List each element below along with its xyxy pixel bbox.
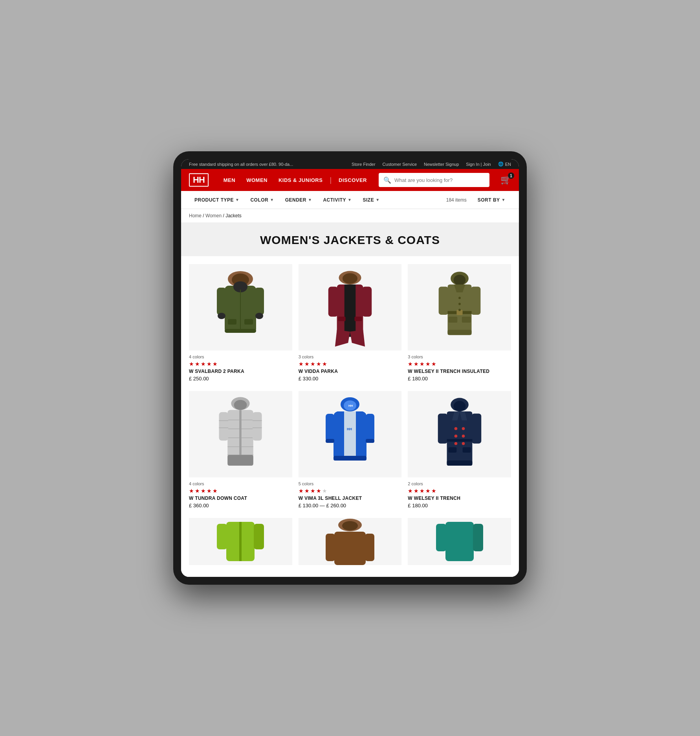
product-image-6 (408, 391, 511, 477)
stars-5: ★ ★ ★ ★ ★ (299, 488, 402, 494)
device-frame: Free standard shipping on all orders ove… (173, 151, 527, 585)
svg-rect-82 (254, 524, 264, 549)
breadcrumb-home[interactable]: Home (189, 213, 202, 218)
product-colors-4: 4 colors (189, 481, 292, 486)
svg-rect-46 (253, 412, 262, 441)
promo-text: Free standard shipping on all orders ove… (189, 162, 293, 167)
svg-marker-20 (350, 330, 365, 347)
breadcrumb: Home / Women / Jackets (181, 209, 519, 222)
nav-kids[interactable]: KIDS & JUNIORS (273, 169, 328, 191)
product-price-2: £ 330.00 (299, 376, 402, 382)
filter-activity[interactable]: ACTIVITY ▼ (317, 191, 357, 209)
svg-rect-34 (448, 317, 457, 323)
svg-rect-87 (326, 534, 335, 561)
star-empty-icon: ★ (322, 488, 327, 494)
svg-point-73 (462, 442, 465, 445)
nav-women[interactable]: WOMEN (241, 169, 273, 191)
svg-rect-61 (366, 439, 374, 443)
svg-rect-79 (447, 461, 472, 466)
star-half-icon: ★ (213, 488, 218, 494)
svg-rect-21 (338, 317, 346, 321)
filter-product-type[interactable]: PRODUCT TYPE ▼ (189, 191, 245, 209)
page-header: WOMEN'S JACKETS & COATS (181, 222, 519, 256)
star-icon: ★ (299, 361, 304, 367)
product-card-6[interactable]: 2 colors ★ ★ ★ ★ ★ W WELSEY II TRENCH £ … (408, 391, 511, 508)
star-icon: ★ (431, 361, 436, 367)
product-colors-3: 3 colors (408, 354, 511, 359)
language-selector[interactable]: 🌐 EN (498, 162, 511, 167)
chevron-down-icon: ▼ (270, 198, 274, 202)
svg-rect-11 (225, 329, 256, 333)
svg-point-64 (453, 401, 465, 411)
filter-color[interactable]: COLOR ▼ (245, 191, 279, 209)
svg-text:HH: HH (348, 404, 353, 407)
product-card-8[interactable] (299, 518, 402, 569)
svg-rect-77 (448, 447, 456, 452)
svg-point-68 (454, 427, 457, 430)
product-card-7[interactable] (189, 518, 292, 569)
filter-size[interactable]: SIZE ▼ (357, 191, 385, 209)
product-card-1[interactable]: 4 colors ★ ★ ★ ★ ★ W SVALBARD 2 PARKA £ … (189, 264, 292, 382)
product-image-9 (408, 518, 511, 565)
product-colors-5: 5 colors (299, 481, 402, 486)
stars-4: ★ ★ ★ ★ ★ (189, 488, 292, 494)
star-icon: ★ (414, 361, 419, 367)
star-icon: ★ (189, 361, 194, 367)
star-icon: ★ (201, 488, 206, 494)
svg-point-71 (462, 435, 465, 438)
svg-rect-17 (328, 287, 338, 317)
svg-rect-28 (471, 287, 480, 315)
star-half-icon: ★ (322, 361, 327, 367)
svg-rect-89 (445, 522, 474, 561)
sign-in-link[interactable]: Sign In | Join (466, 162, 491, 167)
svg-rect-45 (219, 412, 229, 441)
svg-rect-22 (354, 317, 362, 321)
hh-logo[interactable]: HH (189, 173, 209, 187)
stars-3: ★ ★ ★ ★ ★ (408, 361, 511, 367)
breadcrumb-women[interactable]: Women (205, 213, 222, 218)
svg-point-38 (234, 400, 247, 410)
svg-point-6 (218, 313, 225, 319)
cart-icon[interactable]: 🛒 1 (500, 175, 511, 185)
svg-rect-90 (436, 524, 446, 551)
nav-divider: | (330, 176, 332, 184)
nav-men[interactable]: MEN (218, 169, 241, 191)
star-icon: ★ (420, 488, 425, 494)
customer-service-link[interactable]: Customer Service (383, 162, 417, 167)
nav-bar: HH MEN WOMEN KIDS & JUNIORS | DISCOVER 🔍… (181, 169, 519, 191)
product-card-9[interactable] (408, 518, 511, 569)
sort-by-button[interactable]: SORT BY ▼ (472, 197, 511, 203)
svg-rect-36 (447, 330, 471, 335)
svg-point-69 (462, 427, 465, 430)
svg-point-32 (458, 303, 461, 305)
product-card-4[interactable]: 4 colors ★ ★ ★ ★ ★ W TUNDRA DOWN COAT £ … (189, 391, 292, 508)
svg-point-33 (458, 309, 461, 311)
cart-badge: 1 (508, 173, 514, 179)
search-bar[interactable]: 🔍 (379, 173, 489, 187)
product-image-3 (408, 264, 511, 351)
filter-gender[interactable]: GENDER ▼ (280, 191, 318, 209)
globe-icon: 🌐 (498, 162, 504, 167)
chevron-down-icon: ▼ (348, 198, 352, 202)
star-icon: ★ (425, 361, 431, 367)
svg-rect-9 (228, 319, 236, 325)
star-icon: ★ (201, 361, 206, 367)
svg-rect-59 (366, 414, 374, 441)
product-image-4 (189, 391, 292, 477)
product-card-2[interactable]: 3 colors ★ ★ ★ ★ ★ W VIDDA PARKA £ 330.0… (299, 264, 402, 382)
product-name-1: W SVALBARD 2 PARKA (189, 369, 292, 374)
svg-rect-10 (244, 319, 253, 325)
nav-discover[interactable]: DISCOVER (333, 169, 372, 191)
star-icon: ★ (207, 488, 212, 494)
newsletter-signup-link[interactable]: Newsletter Signup (424, 162, 459, 167)
svg-rect-4 (217, 288, 226, 315)
star-icon: ★ (420, 361, 425, 367)
product-colors-1: 4 colors (189, 354, 292, 359)
search-input[interactable] (394, 177, 485, 183)
top-bar-right: Store Finder Customer Service Newsletter… (352, 162, 511, 167)
product-card-5[interactable]: HH HH (299, 391, 402, 508)
store-finder-link[interactable]: Store Finder (352, 162, 376, 167)
product-name-2: W VIDDA PARKA (299, 369, 402, 374)
product-card-3[interactable]: 3 colors ★ ★ ★ ★ ★ W WELSEY II TRENCH IN… (408, 264, 511, 382)
star-icon: ★ (195, 488, 200, 494)
